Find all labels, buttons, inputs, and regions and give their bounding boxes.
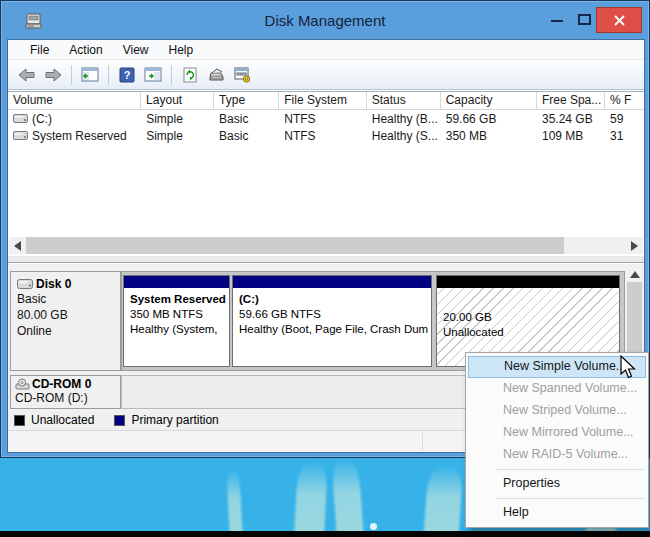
disk-properties-icon[interactable] [205, 64, 227, 86]
horizontal-scrollbar-thumb[interactable] [26, 237, 564, 254]
menu-action[interactable]: Action [59, 40, 112, 59]
toolbar-separator [171, 65, 172, 85]
drive-icon [13, 114, 28, 123]
drive-icon [13, 131, 28, 140]
col-volume[interactable]: Volume [8, 92, 141, 109]
toolbar-separator [108, 65, 109, 85]
status-strip-divider [422, 433, 423, 450]
col-free-space[interactable]: Free Spa... [537, 92, 605, 109]
forward-icon[interactable] [42, 64, 64, 86]
menu-item-new-striped-volume: New Striped Volume... [466, 400, 648, 422]
screen: Disk Management File Action View Help [0, 0, 650, 537]
menu-item-help[interactable]: Help [466, 502, 648, 524]
mouse-cursor-icon [619, 355, 641, 385]
wallpaper-grass-blade [423, 465, 463, 537]
wallpaper-grass-blade [226, 469, 243, 537]
pane-splitter[interactable] [8, 255, 644, 263]
minimize-button[interactable] [549, 14, 566, 24]
disk0-name: Disk 0 [36, 277, 71, 291]
scroll-right-icon[interactable] [626, 237, 643, 254]
cell-file-system: NTFS [279, 129, 367, 143]
menu-file[interactable]: File [20, 40, 59, 59]
col-capacity[interactable]: Capacity [441, 92, 537, 109]
menu-item-new-mirrored-volume: New Mirrored Volume... [466, 422, 648, 444]
refresh-icon[interactable] [179, 64, 201, 86]
cell-layout: Simple [141, 129, 214, 143]
toolbar: ? [8, 60, 644, 90]
cell-free-space: 35.24 GB [537, 112, 605, 126]
cell-type: Basic [214, 129, 279, 143]
table-row[interactable]: System Reserved Simple Basic NTFS Health… [8, 127, 644, 144]
partition-size: 59.66 GB NTFS [239, 307, 429, 322]
cell-volume: (C:) [32, 112, 52, 126]
col-file-system[interactable]: File System [279, 92, 367, 109]
cell-status: Healthy (S... [367, 129, 441, 143]
col-status[interactable]: Status [367, 92, 441, 109]
cell-capacity: 59.66 GB [441, 112, 537, 126]
show-action-pane-icon[interactable] [142, 64, 164, 86]
partition-system-reserved[interactable]: System Reserved 350 MB NTFS Healthy (Sys… [123, 275, 230, 367]
cell-percent-free: 59 [605, 112, 644, 126]
unallocated-size: 20.00 GB [443, 310, 617, 325]
primary-partition-swatch [114, 415, 125, 426]
legend-unallocated-label: Unallocated [31, 413, 94, 427]
legend-primary-label: Primary partition [131, 413, 218, 427]
partition-c[interactable]: (C:) 59.66 GB NTFS Healthy (Boot, Page F… [232, 275, 432, 367]
volume-list: Volume Layout Type File System Status Ca… [8, 91, 644, 236]
legend: Unallocated Primary partition [14, 412, 233, 428]
cdrom-name: CD-ROM 0 [32, 377, 91, 391]
unallocated-swatch [14, 415, 25, 426]
partition-name: System Reserved [130, 292, 227, 307]
disk0-size: 80.00 GB [17, 307, 116, 323]
scroll-up-icon[interactable] [627, 267, 642, 282]
wallpaper-highlight-dot [370, 523, 377, 530]
cell-volume: System Reserved [32, 129, 127, 143]
svg-text:?: ? [124, 69, 131, 81]
partition-name: (C:) [239, 292, 429, 307]
cdrom-drive: CD-ROM (D:) [15, 391, 118, 405]
help-icon[interactable]: ? [116, 64, 138, 86]
disk0-label-box[interactable]: Disk 0 Basic 80.00 GB Online [10, 271, 121, 371]
cell-layout: Simple [141, 112, 214, 126]
unallocated-stripe [437, 276, 619, 288]
col-layout[interactable]: Layout [141, 92, 214, 109]
volume-list-header: Volume Layout Type File System Status Ca… [8, 92, 644, 110]
close-icon [614, 15, 625, 26]
manage-computer-icon[interactable] [231, 64, 253, 86]
menu-item-new-raid5-volume: New RAID-5 Volume... [466, 444, 648, 466]
back-icon[interactable] [16, 64, 38, 86]
cell-status: Healthy (B... [367, 112, 441, 126]
menu-separator [496, 498, 645, 499]
cell-percent-free: 31 [605, 129, 644, 143]
cdrom-label-box[interactable]: CD-ROM 0 CD-ROM (D:) [10, 375, 121, 409]
unallocated-label: Unallocated [443, 325, 617, 340]
wallpaper-grass-blade [331, 458, 364, 537]
menu-separator [496, 469, 645, 470]
partition-status: Healthy (System, [130, 322, 227, 337]
titlebar[interactable]: Disk Management [1, 1, 649, 38]
menu-view[interactable]: View [113, 40, 159, 59]
cell-capacity: 350 MB [441, 129, 537, 143]
scroll-left-icon[interactable] [9, 237, 26, 254]
col-percent-free[interactable]: % F [605, 92, 644, 109]
menu-item-properties[interactable]: Properties [466, 473, 648, 495]
toolbar-separator [71, 65, 72, 85]
show-console-tree-icon[interactable] [79, 64, 101, 86]
partition-size: 350 MB NTFS [130, 307, 227, 322]
cell-file-system: NTFS [279, 112, 367, 126]
horizontal-scrollbar[interactable] [9, 237, 643, 254]
disk0-type: Basic [17, 291, 116, 307]
col-type[interactable]: Type [214, 92, 279, 109]
table-row[interactable]: (C:) Simple Basic NTFS Healthy (B... 59.… [8, 110, 644, 127]
menu-bar: File Action View Help [8, 40, 644, 60]
primary-partition-stripe [233, 276, 431, 288]
minimize-icon [551, 20, 563, 22]
partition-status: Healthy (Boot, Page File, Crash Dum [239, 322, 429, 337]
cdrom-icon [15, 378, 30, 390]
maximize-button[interactable] [578, 14, 591, 25]
menu-help[interactable]: Help [159, 40, 204, 59]
screen-bottom-strip [0, 531, 650, 537]
close-button[interactable] [596, 7, 642, 33]
disk-icon [17, 279, 33, 289]
wallpaper-grass-blade [294, 461, 328, 537]
